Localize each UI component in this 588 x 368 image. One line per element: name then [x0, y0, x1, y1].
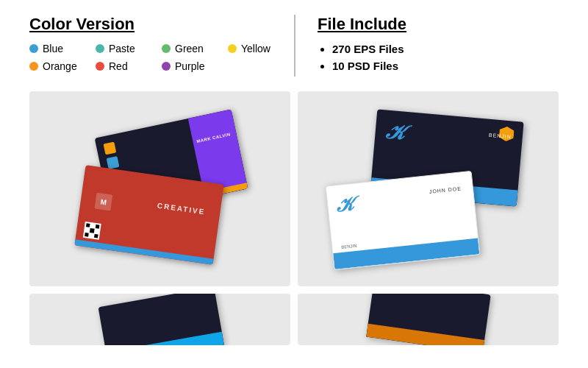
color-item-blue: Blue — [29, 43, 96, 54]
color-item-purple: Purple — [162, 60, 228, 72]
card-preview-left: M — [29, 91, 290, 286]
bc-m-logo: M — [94, 192, 112, 210]
bc-orange-block — [103, 141, 116, 155]
bottom-left-dark-card — [98, 294, 223, 345]
file-item-psd: 10 PSD Files — [332, 60, 406, 72]
top-section: Color Version Blue Paste Green Yellow Or… — [0, 0, 588, 84]
color-item-orange: Orange — [29, 60, 96, 72]
card-preview-bottom-left — [29, 294, 290, 345]
file-include-inner: File Include 270 EPS Files 10 PSD Files — [294, 15, 406, 77]
color-item-yellow: Yellow — [228, 43, 294, 54]
bc-white-bottom-strip — [333, 238, 479, 269]
card-preview-bottom-right — [298, 294, 559, 345]
file-item-eps: 270 EPS Files — [332, 43, 406, 55]
bc-john-doe-text: JOHN DOE — [429, 185, 462, 194]
green-dot — [162, 44, 171, 53]
file-include-block: File Include 270 EPS Files 10 PSD Files — [294, 15, 559, 77]
color-label-blue: Blue — [43, 43, 63, 54]
color-label-green: Green — [175, 43, 204, 54]
yellow-dot — [228, 44, 237, 53]
file-list: 270 EPS Files 10 PSD Files — [318, 43, 406, 72]
bc-white-card: 𝒦 JOHN DOE BENJIN — [325, 170, 480, 269]
color-label-purple: Purple — [175, 60, 204, 72]
paste-dot — [96, 44, 104, 53]
file-include-title: File Include — [318, 15, 406, 34]
red-dot — [96, 62, 104, 71]
bottom-right-amber-strip — [366, 324, 484, 345]
bc-blue-block — [106, 156, 119, 169]
bottom-left-blue-strip — [106, 332, 224, 345]
bottom-right-dark-card — [366, 294, 491, 345]
bc-logo-k-dark: 𝒦 — [385, 121, 404, 143]
bc-logo-k-white: 𝒦 — [335, 193, 353, 217]
orange-dot — [29, 62, 38, 71]
color-label-paste: Paste — [109, 43, 135, 54]
color-version-title: Color Version — [29, 15, 294, 34]
color-version-block: Color Version Blue Paste Green Yellow Or… — [29, 15, 294, 77]
bc-qr — [82, 221, 101, 239]
color-label-orange: Orange — [43, 60, 77, 72]
color-item-red: Red — [96, 60, 162, 72]
blue-dot — [29, 44, 38, 53]
cards-section-bottom — [0, 294, 588, 345]
color-label-red: Red — [109, 60, 128, 72]
bc-container-right: 𝒦 BENJIN 𝒦 JOHN DOE BENJIN — [322, 108, 535, 270]
color-item-paste: Paste — [96, 43, 162, 54]
card-preview-right: 𝒦 BENJIN 𝒦 JOHN DOE BENJIN — [298, 91, 559, 286]
color-item-green: Green — [162, 43, 228, 54]
color-label-yellow: Yellow — [241, 43, 270, 54]
bc-container-left: M — [65, 116, 256, 263]
cards-section: M 𝒦 BENJIN 𝒦 JOHN — [0, 84, 588, 294]
purple-dot — [162, 62, 171, 71]
color-list: Blue Paste Green Yellow Orange Red — [29, 43, 294, 72]
bc-blue-bottom-strip — [74, 239, 213, 264]
bc-benjin-white-text: BENJIN — [341, 243, 357, 249]
